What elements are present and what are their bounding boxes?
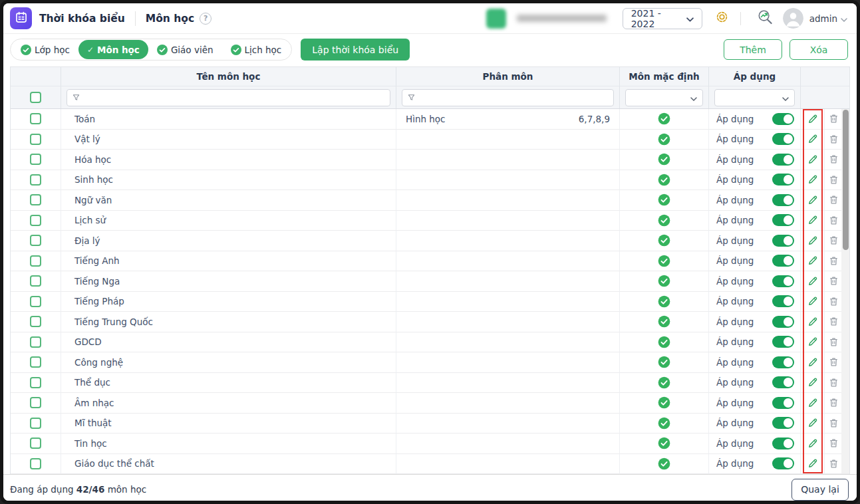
apply-toggle[interactable] <box>772 457 794 469</box>
edit-cell[interactable] <box>801 190 825 211</box>
edit-cell[interactable] <box>801 150 825 170</box>
apply-toggle[interactable] <box>772 417 794 429</box>
subject-name: Mĩ thuật <box>74 418 112 428</box>
row-checkbox-cell <box>11 373 61 394</box>
default-cell <box>620 352 709 373</box>
row-checkbox-cell <box>11 130 61 150</box>
apply-toggle[interactable] <box>772 255 794 267</box>
header-actions-2 <box>825 67 849 86</box>
add-button[interactable]: Thêm <box>724 39 782 60</box>
edit-cell[interactable] <box>801 292 825 313</box>
edit-cell[interactable] <box>801 393 825 414</box>
edit-cell[interactable] <box>801 231 825 251</box>
edit-cell[interactable] <box>801 454 825 475</box>
tab-lop-hoc[interactable]: Lớp học <box>12 40 78 59</box>
apply-cell: Áp dụng <box>709 454 801 475</box>
scrollbar-track[interactable] <box>841 109 849 473</box>
back-button[interactable]: Quay lại <box>791 479 849 501</box>
row-checkbox[interactable] <box>30 356 41 368</box>
row-checkbox[interactable] <box>30 296 41 307</box>
avatar[interactable] <box>783 8 803 29</box>
row-checkbox[interactable] <box>30 134 41 145</box>
row-checkbox[interactable] <box>30 336 41 348</box>
submodule-cell <box>396 190 620 211</box>
trash-icon <box>828 275 839 287</box>
apply-toggle[interactable] <box>772 275 794 287</box>
edit-cell[interactable] <box>801 251 825 272</box>
help-icon[interactable]: ? <box>200 13 212 25</box>
apply-toggle[interactable] <box>772 174 794 186</box>
pencil-icon <box>807 457 819 469</box>
check-circle-icon <box>658 437 670 449</box>
search-trends-button[interactable] <box>757 9 774 28</box>
name-filter[interactable] <box>67 89 390 106</box>
row-checkbox[interactable] <box>30 174 41 186</box>
row-checkbox[interactable] <box>30 255 41 267</box>
row-checkbox[interactable] <box>30 397 41 408</box>
submodule-filter-input[interactable] <box>419 92 608 102</box>
row-checkbox-cell <box>11 271 61 292</box>
edit-cell[interactable] <box>801 170 825 191</box>
trash-icon <box>828 113 839 124</box>
row-checkbox[interactable] <box>30 275 41 287</box>
row-checkbox[interactable] <box>30 418 41 429</box>
apply-toggle[interactable] <box>772 154 794 166</box>
apply-toggle[interactable] <box>772 295 794 307</box>
apply-cell: Áp dụng <box>709 373 801 394</box>
row-checkbox[interactable] <box>30 316 41 327</box>
apply-toggle[interactable] <box>772 397 794 409</box>
create-timetable-button[interactable]: Lập thời khóa biểu <box>301 39 410 61</box>
tab-mon-hoc[interactable]: ✓ Môn học <box>78 40 148 59</box>
apply-toggle[interactable] <box>772 194 794 206</box>
select-all-checkbox[interactable] <box>30 92 41 103</box>
edit-cell[interactable] <box>801 271 825 292</box>
edit-cell[interactable] <box>801 312 825 332</box>
status-count: 42/46 <box>76 484 105 495</box>
apply-toggle[interactable] <box>772 316 794 328</box>
table-row: Sinh học Áp dụng <box>11 170 849 191</box>
apply-filter-select[interactable] <box>714 89 795 106</box>
edit-cell[interactable] <box>801 414 825 434</box>
check-circle-icon <box>658 315 670 328</box>
submodule-filter[interactable] <box>402 89 614 106</box>
row-checkbox[interactable] <box>30 194 41 205</box>
chevron-down-icon[interactable] <box>841 12 847 25</box>
check-circle-icon <box>658 295 670 308</box>
apply-label: Áp dụng <box>716 114 754 124</box>
row-checkbox[interactable] <box>30 215 41 226</box>
edit-cell[interactable] <box>801 332 825 353</box>
scrollbar-thumb[interactable] <box>843 110 849 250</box>
edit-cell[interactable] <box>801 434 825 454</box>
edit-cell[interactable] <box>801 373 825 394</box>
edit-cell[interactable] <box>801 211 825 231</box>
username[interactable]: admin <box>809 13 837 24</box>
pencil-icon <box>807 356 819 368</box>
edit-cell[interactable] <box>801 130 825 150</box>
settings-button[interactable] <box>714 9 730 27</box>
row-checkbox[interactable] <box>30 438 41 449</box>
apply-toggle[interactable] <box>772 356 794 368</box>
school-year-select[interactable]: 2021 - 2022 <box>623 8 702 29</box>
apply-toggle[interactable] <box>772 438 794 449</box>
apply-toggle[interactable] <box>772 214 794 226</box>
apply-toggle[interactable] <box>772 113 794 125</box>
row-checkbox[interactable] <box>30 154 41 165</box>
table-body: Toán Hình học 6,7,8,9 Áp dụng <box>11 109 849 474</box>
tab-giao-vien[interactable]: Giáo viên <box>148 40 222 59</box>
row-checkbox[interactable] <box>30 458 41 469</box>
delete-button[interactable]: Xóa <box>789 39 848 60</box>
apply-toggle[interactable] <box>772 336 794 348</box>
row-checkbox[interactable] <box>30 113 41 124</box>
row-checkbox[interactable] <box>30 235 41 246</box>
apply-toggle[interactable] <box>772 376 794 388</box>
submodule-cell <box>396 373 620 394</box>
name-filter-input[interactable] <box>84 92 384 102</box>
default-filter-select[interactable] <box>625 89 703 106</box>
edit-cell[interactable] <box>801 352 825 373</box>
row-checkbox[interactable] <box>30 377 41 388</box>
apply-toggle[interactable] <box>772 133 794 145</box>
edit-cell[interactable] <box>801 109 825 130</box>
tab-lich-hoc[interactable]: Lịch học <box>222 40 291 59</box>
table-row: Mĩ thuật Áp dụng <box>11 414 849 434</box>
apply-toggle[interactable] <box>772 235 794 247</box>
